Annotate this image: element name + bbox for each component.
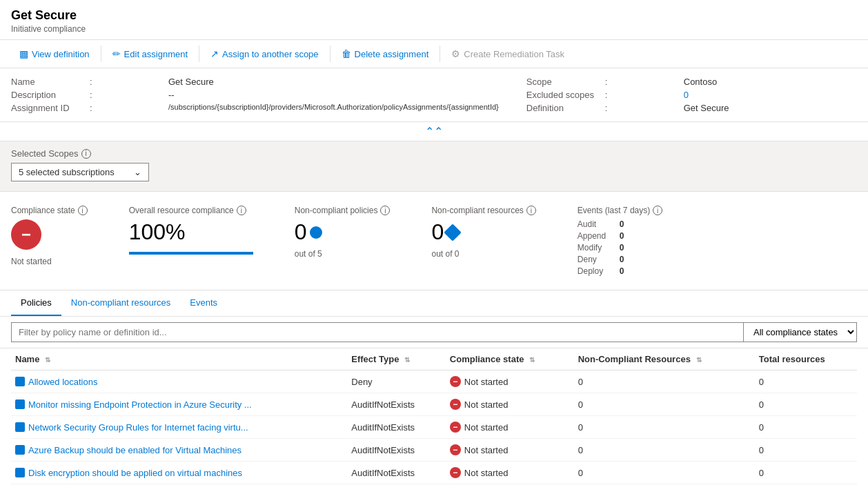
overall-compliance-block: Overall resource compliance i 100%	[129, 206, 253, 255]
tab-events[interactable]: Events	[180, 290, 227, 316]
meta-definition-row: Definition : Get Secure	[526, 101, 857, 115]
event-row-audit: Audit 0	[578, 219, 662, 229]
tab-policies[interactable]: Policies	[11, 290, 61, 316]
compliance-badge-4: − Not started	[450, 467, 570, 478]
view-definition-button[interactable]: ▩ View definition	[11, 44, 98, 63]
meta-definition-value: Get Secure	[684, 103, 729, 113]
policy-name-link-0[interactable]: Allowed locations	[15, 377, 343, 387]
compliance-sort-icon[interactable]: ⇅	[529, 356, 535, 364]
overall-compliance-value: 100%	[129, 219, 253, 245]
delete-assignment-button[interactable]: 🗑 Delete assignment	[333, 44, 437, 63]
resources-info-icon: i	[526, 206, 536, 215]
page-title: Get Secure	[11, 8, 857, 23]
non-compliant-policies-count: 0	[295, 219, 391, 245]
stats-section: Compliance state i Not started Overall r…	[0, 192, 868, 290]
cell-name-4: Disk encryption should be applied on vir…	[11, 462, 347, 484]
name-sort-icon[interactable]: ⇅	[45, 356, 50, 364]
cell-non-compliant-0: 0	[574, 370, 755, 393]
col-non-compliant: Non-Compliant Resources ⇅	[574, 348, 755, 370]
non-compliant-resources-sub: out of 0	[431, 249, 535, 259]
col-effect: Effect Type ⇅	[347, 348, 446, 370]
non-compliant-resources-label: Non-compliant resources i	[431, 206, 535, 215]
cell-effect-2: AuditIfNotExists	[347, 416, 446, 439]
policy-name-link-3[interactable]: Azure Backup should be enabled for Virtu…	[15, 445, 343, 455]
meta-name-row: Name : Get Secure	[11, 75, 499, 88]
overall-info-icon: i	[237, 206, 246, 215]
compliance-badge-1: − Not started	[450, 399, 570, 410]
scopes-dropdown[interactable]: 5 selected subscriptions ⌄	[11, 163, 149, 181]
policies-table-container: Name ⇅ Effect Type ⇅ Compliance state ⇅ …	[0, 348, 868, 484]
table-row: Monitor missing Endpoint Protection in A…	[11, 393, 857, 416]
effect-sort-icon[interactable]: ⇅	[404, 356, 410, 364]
table-row: Disk encryption should be applied on vir…	[11, 462, 857, 484]
compliance-info-icon: i	[78, 206, 88, 215]
meta-desc-value: --	[168, 90, 175, 100]
col-total: Total resources	[755, 348, 857, 370]
meta-scope-label: Scope	[526, 77, 602, 87]
table-row: Allowed locations Deny − Not started 0 0	[11, 370, 857, 393]
cell-effect-0: Deny	[347, 370, 446, 393]
event-row-deny: Deny 0	[578, 255, 662, 264]
cell-total-0: 0	[755, 370, 857, 393]
cell-compliance-3: − Not started	[446, 439, 574, 462]
non-compliant-policies-label: Non-compliant policies i	[295, 206, 391, 215]
events-info-icon: i	[653, 206, 662, 215]
overall-compliance-label: Overall resource compliance i	[129, 206, 253, 215]
tab-non-compliant-resources[interactable]: Non-compliant resources	[61, 290, 181, 316]
non-compliant-sort-icon[interactable]: ⇅	[696, 356, 702, 364]
cell-name-3: Azure Backup should be enabled for Virtu…	[11, 439, 347, 462]
not-started-icon-2: −	[450, 422, 461, 433]
not-started-icon-1: −	[450, 399, 461, 410]
cell-name-1: Monitor missing Endpoint Protection in A…	[11, 393, 347, 416]
policies-cube-icon	[310, 226, 322, 239]
collapse-button[interactable]: ⌃⌃	[0, 122, 868, 141]
page-header: Get Secure Initiative compliance	[0, 0, 868, 40]
cell-compliance-0: − Not started	[446, 370, 574, 393]
cell-non-compliant-2: 0	[574, 416, 755, 439]
cell-non-compliant-4: 0	[574, 462, 755, 484]
delete-icon: 🗑	[342, 48, 351, 59]
meta-excluded-row: Excluded scopes : 0	[526, 88, 857, 101]
non-compliant-policies-sub: out of 5	[295, 249, 391, 259]
table-header-row: Name ⇅ Effect Type ⇅ Compliance state ⇅ …	[11, 348, 857, 370]
create-remediation-button[interactable]: ⚙ Create Remediation Task	[443, 44, 573, 63]
policies-table: Name ⇅ Effect Type ⇅ Compliance state ⇅ …	[11, 348, 857, 484]
cell-effect-1: AuditIfNotExists	[347, 393, 446, 416]
page-subtitle: Initiative compliance	[11, 24, 857, 34]
policy-name-link-2[interactable]: Network Security Group Rules for Interne…	[15, 422, 343, 433]
compliance-state-filter[interactable]: All compliance states	[744, 322, 857, 342]
toolbar-separator-2	[199, 46, 199, 62]
non-compliant-resources-count: 0	[431, 219, 535, 245]
meta-definition-label: Definition	[526, 103, 602, 113]
policy-name-link-4[interactable]: Disk encryption should be applied on vir…	[15, 468, 343, 478]
col-compliance: Compliance state ⇅	[446, 348, 574, 370]
meta-assignid-value: /subscriptions/{subscriptionId}/provider…	[168, 103, 499, 111]
events-block: Events (last 7 days) i Audit 0 Append 0 …	[578, 206, 662, 276]
toolbar: ▩ View definition ✏ Edit assignment ↗ As…	[0, 40, 868, 68]
policy-filter-input[interactable]	[11, 322, 744, 342]
assign-icon: ↗	[210, 48, 219, 59]
policy-icon-4	[15, 468, 25, 477]
toolbar-separator-4	[440, 46, 440, 62]
policy-name-link-1[interactable]: Monitor missing Endpoint Protection in A…	[15, 399, 343, 410]
cell-effect-4: AuditIfNotExists	[347, 462, 446, 484]
policy-icon-1	[15, 399, 25, 409]
cell-compliance-1: − Not started	[446, 393, 574, 416]
tabs-section: Policies Non-compliant resources Events	[0, 290, 868, 317]
cell-name-2: Network Security Group Rules for Interne…	[11, 416, 347, 439]
cell-total-3: 0	[755, 439, 857, 462]
non-compliant-resources-block: Non-compliant resources i 0 out of 0	[431, 206, 535, 259]
events-label: Events (last 7 days) i	[578, 206, 662, 215]
assign-to-scope-button[interactable]: ↗ Assign to another scope	[202, 44, 326, 63]
meta-desc-row: Description : --	[11, 88, 499, 101]
edit-assignment-button[interactable]: ✏ Edit assignment	[104, 44, 197, 63]
cell-effect-3: AuditIfNotExists	[347, 439, 446, 462]
event-row-deploy: Deploy 0	[578, 266, 662, 276]
meta-excluded-value[interactable]: 0	[684, 90, 689, 100]
meta-assignid-row: Assignment ID : /subscriptions/{subscrip…	[11, 101, 499, 115]
view-definition-icon: ▩	[19, 48, 28, 59]
not-started-icon-0: −	[450, 376, 461, 387]
meta-section: Name : Get Secure Description : -- Assig…	[0, 68, 868, 122]
non-compliant-policies-block: Non-compliant policies i 0 out of 5	[295, 206, 391, 259]
filters-row: All compliance states	[0, 317, 868, 348]
